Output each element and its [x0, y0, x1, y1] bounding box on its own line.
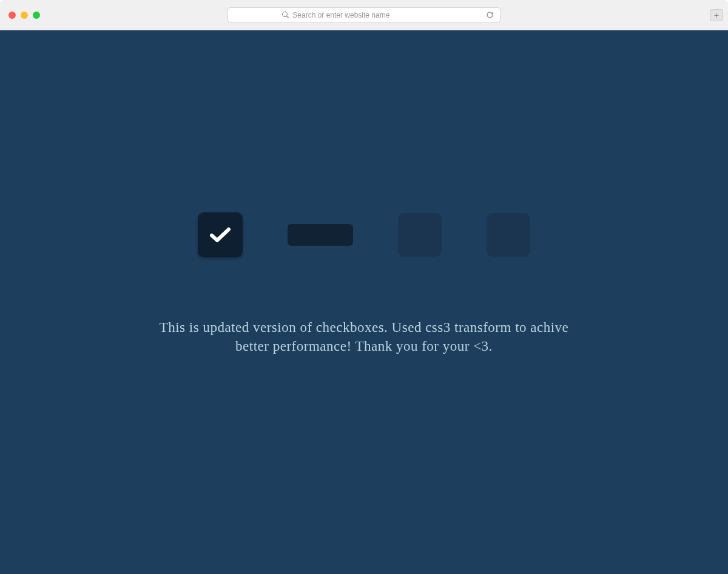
- checkbox-flat[interactable]: [288, 224, 353, 246]
- address-placeholder: Search or enter website name: [292, 11, 389, 19]
- maximize-window-button[interactable]: [33, 12, 40, 19]
- new-tab-button[interactable]: +: [710, 9, 723, 21]
- checkmark-icon: [209, 226, 231, 243]
- checkbox-checked[interactable]: [198, 212, 243, 257]
- close-window-button[interactable]: [8, 12, 16, 19]
- window-controls: [8, 12, 40, 19]
- description-text: This is updated version of checkboxes. U…: [152, 318, 576, 356]
- checkbox-unchecked-2[interactable]: [487, 213, 530, 257]
- minimize-window-button[interactable]: [21, 12, 28, 19]
- checkbox-unchecked-1[interactable]: [398, 213, 442, 257]
- page-viewport: This is updated version of checkboxes. U…: [0, 30, 728, 574]
- refresh-icon[interactable]: [486, 11, 494, 19]
- browser-chrome: Search or enter website name +: [0, 0, 728, 30]
- address-bar[interactable]: Search or enter website name: [228, 7, 500, 22]
- search-icon: [282, 12, 289, 18]
- checkbox-row: [198, 212, 530, 257]
